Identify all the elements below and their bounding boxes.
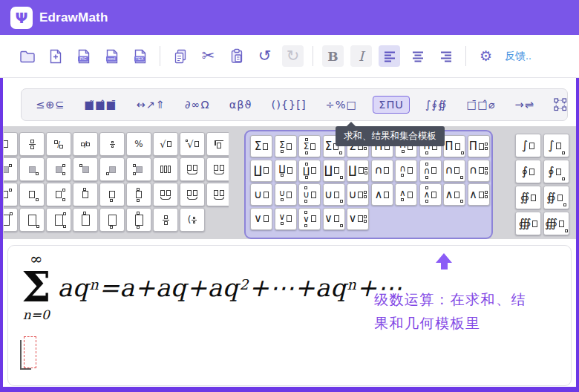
- symbol-cell[interactable]: [46, 183, 71, 206]
- export-image-button[interactable]: PIC: [73, 45, 94, 67]
- symbol-cell[interactable]: /: [73, 132, 98, 156]
- symbol-cell[interactable]: [19, 157, 45, 181]
- category-chemistry-arrows[interactable]: →⇌: [511, 96, 538, 114]
- symbol-cell[interactable]: ∯: [543, 186, 569, 209]
- symbol-cell[interactable]: √: [180, 132, 205, 156]
- symbol-cell[interactable]: [99, 132, 125, 156]
- symbol-cell[interactable]: ∰: [543, 212, 569, 235]
- redo-button[interactable]: ↻: [282, 45, 304, 67]
- symbol-cell[interactable]: [206, 132, 229, 156]
- symbol-cell[interactable]: (: [180, 208, 205, 232]
- symbol-cell[interactable]: Π: [468, 135, 490, 157]
- symbol-cell[interactable]: ∪: [275, 183, 297, 206]
- symbol-cell[interactable]: [206, 183, 229, 206]
- symbol-cell[interactable]: ∨: [275, 208, 297, 230]
- symbol-cell[interactable]: [73, 183, 98, 206]
- symbol-cell[interactable]: ∪: [298, 183, 321, 206]
- symbol-cell[interactable]: ∨: [347, 208, 369, 230]
- category-sum-product-set[interactable]: ΣΠU: [373, 96, 410, 114]
- symbol-cell[interactable]: ∩: [468, 160, 490, 182]
- italic-button[interactable]: I: [350, 45, 372, 67]
- equation-canvas[interactable]: ∞ Σ n=0 aqn=a+aq+aq2+⋯+aqn+⋯ 级数运算：在求和、结 …: [7, 245, 572, 386]
- symbol-cell[interactable]: [126, 208, 151, 232]
- symbol-cell[interactable]: [99, 157, 125, 181]
- symbol-cell[interactable]: Σ: [275, 135, 297, 157]
- category-arrows[interactable]: ↔↗⇑: [133, 96, 169, 114]
- category-integrals[interactable]: ∫∮∯: [422, 96, 451, 114]
- symbol-cell[interactable]: ∧: [443, 183, 465, 206]
- symbol-cell[interactable]: ∐: [323, 160, 345, 182]
- symbol-cell[interactable]: ∐: [250, 160, 272, 182]
- symbol-cell[interactable]: ∩: [371, 160, 393, 182]
- symbol-cell[interactable]: √: [153, 132, 178, 156]
- symbol-cell[interactable]: ∨: [323, 208, 345, 230]
- copy-button[interactable]: [169, 45, 191, 67]
- symbol-cell[interactable]: [99, 183, 125, 206]
- symbol-cell[interactable]: [19, 183, 45, 206]
- symbol-cell[interactable]: [126, 157, 151, 181]
- category-greek[interactable]: αβϑ: [226, 96, 256, 114]
- symbol-cell[interactable]: [46, 208, 71, 232]
- new-document-button[interactable]: [45, 45, 66, 67]
- symbol-cell[interactable]: ∩: [443, 160, 465, 182]
- symbol-cell[interactable]: ∯: [515, 186, 541, 209]
- category-accents[interactable]: ■̃■̂■̄: [80, 96, 120, 114]
- symbol-cell[interactable]: [206, 157, 229, 181]
- symbol-cell[interactable]: %: [126, 132, 151, 156]
- equation-placeholder[interactable]: [20, 336, 38, 369]
- symbol-cell[interactable]: ∧: [371, 183, 393, 206]
- symbol-cell[interactable]: [180, 183, 205, 206]
- symbol-cell[interactable]: Σ: [298, 135, 321, 157]
- symbol-cell[interactable]: [4, 183, 18, 206]
- symbol-cell[interactable]: ∫: [515, 134, 541, 157]
- symbol-cell[interactable]: ∪: [323, 183, 345, 206]
- symbol-cell[interactable]: ∪: [347, 183, 369, 206]
- paste-button[interactable]: [226, 45, 247, 67]
- symbol-cell[interactable]: [99, 208, 125, 232]
- symbol-cell[interactable]: [4, 132, 18, 156]
- symbol-cell[interactable]: [153, 157, 178, 181]
- symbol-cell[interactable]: ∨: [250, 208, 272, 230]
- align-right-button[interactable]: [435, 45, 457, 67]
- category-matrix[interactable]: [550, 95, 571, 114]
- symbol-cell[interactable]: ∧: [468, 183, 490, 206]
- symbol-cell[interactable]: [19, 208, 45, 232]
- symbol-cell[interactable]: [4, 208, 18, 232]
- open-folder-button[interactable]: [16, 45, 38, 67]
- bold-button[interactable]: B: [322, 45, 344, 67]
- undo-button[interactable]: ↺: [254, 45, 275, 67]
- category-brackets[interactable]: (){}[]: [267, 96, 310, 114]
- symbol-cell[interactable]: [19, 132, 45, 156]
- symbol-cell[interactable]: [46, 157, 71, 181]
- export-mathml-button[interactable]: mml: [101, 45, 122, 67]
- symbol-cell[interactable]: ∐: [347, 160, 369, 182]
- symbol-cell[interactable]: [153, 208, 178, 232]
- symbol-cell[interactable]: ∩: [419, 160, 442, 182]
- settings-button[interactable]: ⚙: [475, 45, 497, 67]
- symbol-cell[interactable]: [180, 157, 205, 181]
- symbol-cell[interactable]: [73, 208, 98, 232]
- symbol-cell[interactable]: ∕: [46, 132, 71, 156]
- align-center-button[interactable]: [407, 45, 428, 67]
- symbol-cell[interactable]: ∰: [515, 212, 541, 235]
- symbol-cell[interactable]: [73, 157, 98, 181]
- feedback-link[interactable]: 反馈..: [505, 50, 531, 63]
- symbol-cell[interactable]: ∨: [298, 208, 321, 230]
- symbol-cell[interactable]: [126, 183, 151, 206]
- category-fractions-scripts[interactable]: ÷%□: [322, 96, 362, 114]
- symbol-cell[interactable]: ∮: [543, 160, 569, 183]
- symbol-cell[interactable]: [4, 157, 18, 181]
- symbol-cell[interactable]: ∮: [515, 160, 541, 183]
- symbol-cell[interactable]: Π: [443, 135, 465, 157]
- symbol-cell[interactable]: ∧: [395, 183, 417, 206]
- symbol-cell[interactable]: ∪: [250, 183, 272, 206]
- category-relations[interactable]: ≤⊕⊆: [32, 96, 68, 114]
- symbol-cell[interactable]: [153, 183, 178, 206]
- symbol-cell[interactable]: ∧: [419, 183, 442, 206]
- category-bar-hat-slash[interactable]: □̄□̂⌀: [462, 96, 499, 114]
- align-left-button[interactable]: [379, 45, 400, 67]
- cut-button[interactable]: ✂: [197, 45, 219, 67]
- symbol-cell[interactable]: ∫: [543, 134, 569, 157]
- export-latex-button[interactable]: TEX: [129, 45, 151, 67]
- symbol-cell[interactable]: Σ: [250, 135, 272, 157]
